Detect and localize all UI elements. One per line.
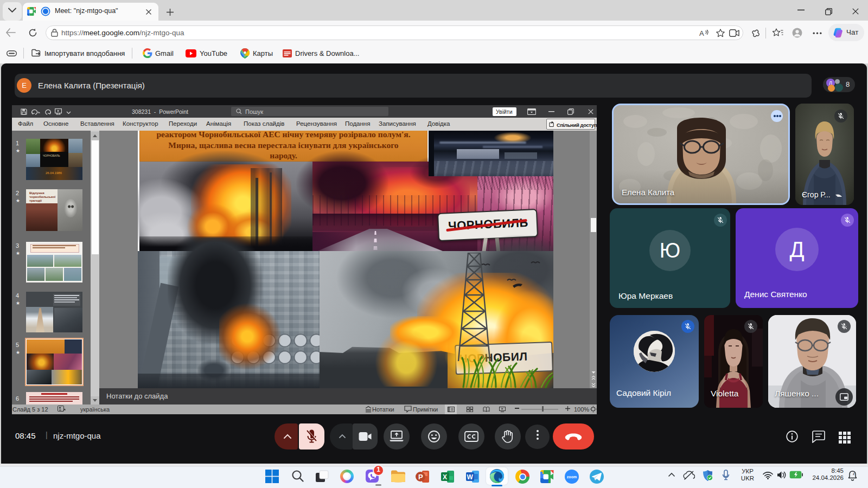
svg-text:X: X [443, 473, 447, 481]
svg-text:z: z [853, 472, 855, 476]
svg-text:W: W [467, 473, 474, 481]
svg-text:P: P [418, 473, 423, 481]
svg-text:A: A [699, 29, 704, 37]
